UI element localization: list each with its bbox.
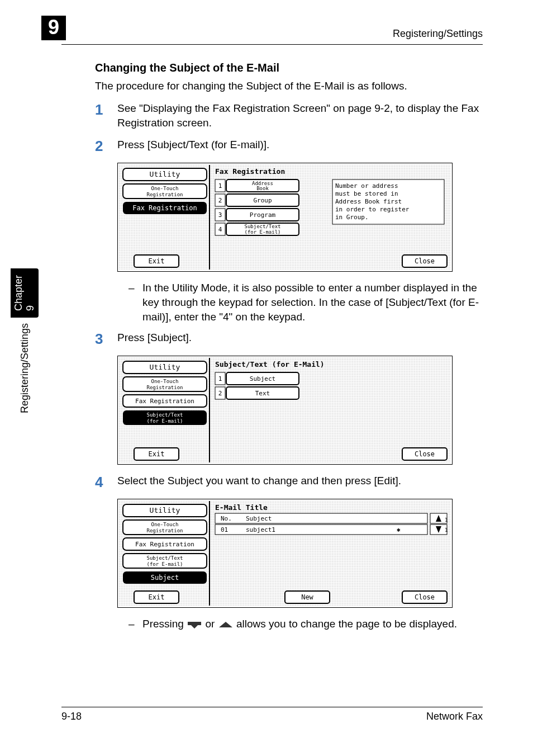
svg-text:Close: Close xyxy=(415,593,435,601)
svg-text:Close: Close xyxy=(415,450,435,458)
svg-text:Utility: Utility xyxy=(150,363,180,371)
svg-text:Exit: Exit xyxy=(149,257,165,265)
svg-text:1: 1 xyxy=(445,517,448,523)
svg-text:subject1: subject1 xyxy=(246,526,275,533)
step-2-text: Press [Subject/Text (for E-mail)]. xyxy=(117,138,483,155)
svg-text:(for E-mail): (for E-mail) xyxy=(244,229,280,235)
svg-text:(for E-mail): (for E-mail) xyxy=(146,561,183,567)
svg-text:must be stored in: must be stored in xyxy=(335,190,398,197)
svg-text:2: 2 xyxy=(218,390,222,397)
svg-text:Fax Registration: Fax Registration xyxy=(132,204,197,212)
svg-text:Text: Text xyxy=(255,390,270,397)
svg-text:1: 1 xyxy=(218,375,222,382)
svg-text:Program: Program xyxy=(250,211,276,219)
svg-text:Fax Registration: Fax Registration xyxy=(135,541,194,548)
svg-text:in order to register: in order to register xyxy=(335,206,410,213)
svg-text:2: 2 xyxy=(218,197,222,204)
svg-text:Exit: Exit xyxy=(149,593,165,601)
svg-text:Fax Registration: Fax Registration xyxy=(215,167,285,176)
intro-text: The procedure for changing the Subject o… xyxy=(95,80,483,92)
bullet-1-text: In the Utility Mode, it is also possible… xyxy=(142,281,483,324)
step-3-number: 3 xyxy=(95,330,117,348)
svg-text:Exit: Exit xyxy=(149,450,165,458)
fax-registration-screen: Utility One-Touch Registration Fax Regis… xyxy=(117,163,483,272)
svg-text:Utility: Utility xyxy=(150,506,180,514)
svg-text:4: 4 xyxy=(218,226,222,233)
svg-text:Registration: Registration xyxy=(146,528,183,533)
svg-text:in Group.: in Group. xyxy=(335,214,369,221)
svg-text:Fax Registration: Fax Registration xyxy=(135,398,194,405)
arrow-down-icon xyxy=(187,617,202,632)
svg-text:✱: ✱ xyxy=(397,526,401,533)
svg-text:Subject/Text: Subject/Text xyxy=(146,412,183,418)
side-tab-section: Registering/Settings xyxy=(19,323,31,413)
svg-text:01: 01 xyxy=(221,526,228,533)
svg-text:Registration: Registration xyxy=(146,192,183,197)
step-1-number: 1 xyxy=(95,101,117,130)
svg-marker-103 xyxy=(219,622,232,627)
svg-text:Book: Book xyxy=(256,186,269,191)
svg-text:Subject/Text (for E-Mail): Subject/Text (for E-Mail) xyxy=(215,360,325,368)
step-4-text: Select the Subject you want to change an… xyxy=(117,474,483,491)
step-2-number: 2 xyxy=(95,138,117,155)
svg-text:Subject: Subject xyxy=(250,375,275,382)
step-4-number: 4 xyxy=(95,474,117,491)
svg-text:E-Mail Title: E-Mail Title xyxy=(215,503,268,512)
side-tab-chapter: Chapter 9 xyxy=(11,268,39,318)
bullet-dash: – xyxy=(129,617,142,632)
svg-text:1: 1 xyxy=(445,527,448,533)
bullet-dash: – xyxy=(129,281,142,324)
svg-text:Utility: Utility xyxy=(150,170,180,178)
step-1-text: See "Displaying the Fax Registration Scr… xyxy=(117,101,483,130)
bullet-2-text: Pressing or allows you to change the pag… xyxy=(142,617,483,632)
footer-title: Network Fax xyxy=(426,711,483,722)
svg-text:1: 1 xyxy=(218,182,222,190)
svg-text:Group: Group xyxy=(253,197,272,204)
svg-text:Number or address: Number or address xyxy=(335,182,398,190)
chapter-number-badge: 9 xyxy=(41,16,66,40)
svg-text:(for E-mail): (for E-mail) xyxy=(146,418,183,424)
svg-text:Subject: Subject xyxy=(151,574,179,582)
svg-text:Subject: Subject xyxy=(246,515,272,522)
svg-text:One-Touch: One-Touch xyxy=(151,522,179,527)
svg-text:3: 3 xyxy=(218,211,222,219)
svg-text:Address Book first: Address Book first xyxy=(335,198,402,205)
email-title-screen: Utility One-Touch Registration Fax Regis… xyxy=(117,499,483,608)
svg-marker-102 xyxy=(188,622,201,629)
svg-text:One-Touch: One-Touch xyxy=(151,186,179,191)
footer-page-number: 9-18 xyxy=(61,711,82,722)
svg-text:One-Touch: One-Touch xyxy=(151,379,179,384)
svg-text:Subject/Text: Subject/Text xyxy=(244,224,280,229)
header-section-title: Registering/Settings xyxy=(393,28,483,40)
svg-text:Subject/Text: Subject/Text xyxy=(146,555,183,561)
arrow-up-icon xyxy=(218,617,234,632)
step-3-text: Press [Subject]. xyxy=(117,330,483,348)
svg-text:New: New xyxy=(301,593,313,601)
page-heading: Changing the Subject of the E-Mail xyxy=(95,62,483,74)
svg-text:No.: No. xyxy=(221,515,232,522)
subject-text-screen: Utility One-Touch Registration Fax Regis… xyxy=(117,356,483,465)
svg-text:Close: Close xyxy=(415,257,435,265)
svg-text:Registration: Registration xyxy=(146,385,183,390)
